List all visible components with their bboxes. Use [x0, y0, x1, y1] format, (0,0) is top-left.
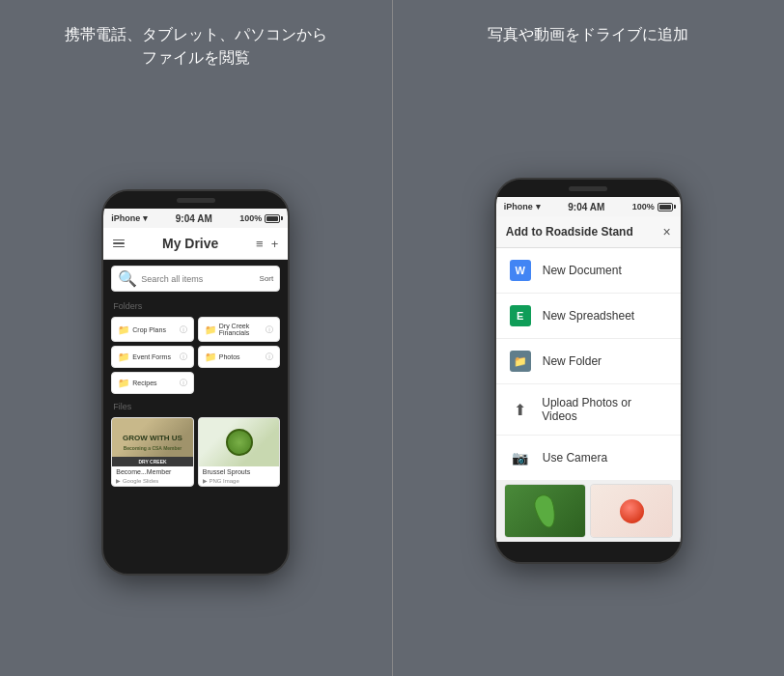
left-time: 9:04 AM	[176, 213, 212, 224]
left-phone-notch	[103, 191, 288, 209]
files-label: Files	[103, 398, 288, 413]
file-type-badge-1: ▶ Google Slides	[112, 477, 193, 486]
folder-item[interactable]: 📁 Crop Plans ⓘ	[111, 317, 194, 342]
file-thumb-img-1: GROW WITH US Becoming a CSA Member DRY C…	[112, 418, 193, 466]
left-battery-pct: 100%	[239, 213, 262, 223]
menu-item-new-folder[interactable]: 📁 New Folder	[496, 339, 681, 384]
folder-name: Recipes	[132, 380, 156, 386]
menu-item-new-document[interactable]: W New Document	[496, 248, 681, 294]
menu-list: W New Document E New Spreadsheet 📁 New F…	[496, 248, 681, 480]
folder-name: Dry CreekFinancials	[219, 323, 250, 336]
grow-subtext: Becoming a CSA Member	[124, 445, 182, 451]
folder-left: 📁 Dry CreekFinancials	[205, 323, 250, 336]
search-input[interactable]	[141, 274, 255, 284]
file-thumb-2[interactable]: Brussel Sprouts ▶ PNG Image	[198, 417, 281, 487]
folder-name: Event Forms	[132, 353, 171, 360]
folder-grid: 📁 Crop Plans ⓘ 📁 Dry CreekFinancials ⓘ	[103, 313, 288, 398]
sweetpeas-label: Sweet Peas	[505, 537, 586, 538]
menu-item-upload[interactable]: ⬆ Upload Photos or Videos	[496, 384, 681, 436]
search-icon: 🔍	[118, 269, 137, 288]
right-phone: iPhone ▾ 9:04 AM 100% Add to Roadside St…	[494, 178, 683, 564]
drive-title: My Drive	[162, 236, 218, 251]
new-folder-icon: 📁	[510, 351, 531, 372]
files-grid: GROW WITH US Becoming a CSA Member DRY C…	[103, 413, 288, 491]
file-thumb-label-2: Brussel Sprouts	[199, 466, 280, 477]
sheet-icon: E	[510, 305, 531, 326]
menu-item-camera[interactable]: 📷 Use Camera	[496, 436, 681, 480]
left-battery-fill	[266, 216, 278, 221]
left-phone-speaker	[177, 198, 215, 203]
right-panel-title: 写真や動画をドライブに追加	[488, 23, 688, 46]
hamburger-icon[interactable]	[113, 239, 125, 248]
folder-icon: 📁	[205, 352, 216, 362]
tomato-thumb	[591, 485, 672, 537]
upload-icon: ⬆	[510, 399, 531, 420]
folder-item[interactable]: 📁 Dry CreekFinancials ⓘ	[198, 317, 281, 342]
drive-header: My Drive ≡ +	[103, 228, 288, 260]
folder-icon: 📁	[205, 324, 216, 335]
new-document-label: New Document	[543, 264, 622, 277]
sort-button[interactable]: Sort	[260, 274, 274, 283]
hamburger-line-1	[113, 239, 125, 241]
file-type-badge-2: ▶ PNG Image	[199, 477, 280, 486]
left-status-left: iPhone ▾	[111, 213, 148, 223]
menu-item-new-spreadsheet[interactable]: E New Spreadsheet	[496, 294, 681, 339]
new-folder-label: New Folder	[543, 354, 602, 368]
left-phone: iPhone ▾ 9:04 AM 100%	[101, 189, 290, 576]
add-menu-header: Add to Roadside Stand ×	[496, 216, 681, 248]
right-status-bar: iPhone ▾ 9:04 AM 100%	[496, 197, 681, 216]
file-thumb-1[interactable]: GROW WITH US Becoming a CSA Member DRY C…	[111, 417, 194, 487]
tomato-circle	[620, 499, 644, 523]
right-thumbnails: Sweet Peas PNG Image Tomatoes PNG Image	[496, 480, 681, 542]
right-thumb-sweetpeas[interactable]: Sweet Peas PNG Image	[504, 484, 587, 538]
folder-left: 📁 Event Forms	[118, 352, 171, 362]
drive-icons: ≡ +	[256, 237, 278, 251]
right-wifi-icon: ▾	[536, 202, 541, 211]
folder-icon: 📁	[118, 378, 129, 388]
close-button[interactable]: ×	[663, 224, 671, 239]
thumb-brussel	[199, 418, 280, 466]
right-time: 9:04 AM	[568, 202, 604, 212]
left-status-bar: iPhone ▾ 9:04 AM 100%	[103, 209, 288, 228]
folder-info-icon[interactable]: ⓘ	[180, 352, 187, 362]
tomatoes-label: Tomatoes	[591, 537, 672, 538]
add-item-icon[interactable]: +	[271, 237, 279, 251]
folder-left: 📁 Recipes	[118, 378, 156, 388]
main-container: 携帯電話、タブレット、パソコンからファイルを閲覧 iPhone ▾ 9:04 A…	[0, 0, 784, 676]
right-battery-icon	[658, 203, 673, 211]
folder-info-icon[interactable]: ⓘ	[180, 324, 187, 335]
right-phone-speaker	[569, 186, 607, 191]
doc-icon: W	[510, 260, 531, 281]
right-phone-wrapper: iPhone ▾ 9:04 AM 100% Add to Roadside St…	[494, 66, 683, 676]
new-spreadsheet-label: New Spreadsheet	[543, 309, 634, 323]
add-menu-title: Add to Roadside Stand	[506, 225, 633, 239]
dry-creek-bar: DRY CREEK	[112, 457, 193, 466]
folder-info-icon[interactable]: ⓘ	[180, 378, 187, 388]
folder-item[interactable]: 📁 Event Forms ⓘ	[111, 346, 194, 368]
right-panel: 写真や動画をドライブに追加 iPhone ▾ 9:04 AM 100%	[393, 0, 785, 676]
sweetpeas-thumb	[505, 485, 586, 537]
left-phone-wrapper: iPhone ▾ 9:04 AM 100%	[101, 89, 290, 676]
hamburger-line-3	[113, 246, 125, 248]
right-carrier: iPhone	[504, 202, 533, 211]
right-phone-notch	[496, 180, 681, 197]
right-thumb-tomatoes[interactable]: Tomatoes PNG Image	[590, 484, 673, 538]
brussel-circle	[226, 429, 253, 456]
search-bar[interactable]: 🔍 Sort	[111, 266, 280, 292]
folder-info-icon[interactable]: ⓘ	[266, 324, 273, 335]
hamburger-line-2	[113, 242, 125, 244]
folder-icon: 📁	[118, 324, 129, 335]
folder-left: 📁 Photos	[205, 352, 240, 362]
left-status-right: 100%	[239, 213, 280, 223]
list-view-icon[interactable]: ≡	[256, 237, 264, 251]
grow-text: GROW WITH US	[123, 434, 182, 443]
right-status-left: iPhone ▾	[504, 202, 541, 211]
folder-name: Crop Plans	[132, 326, 166, 333]
folder-info-icon[interactable]: ⓘ	[266, 352, 273, 362]
folder-item[interactable]: 📁 Recipes ⓘ	[111, 372, 194, 394]
right-battery-pct: 100%	[632, 202, 655, 211]
file-thumb-img-2	[199, 418, 280, 466]
folder-item[interactable]: 📁 Photos ⓘ	[198, 346, 281, 368]
left-panel-title: 携帯電話、タブレット、パソコンからファイルを閲覧	[65, 23, 327, 70]
folders-label: Folders	[103, 297, 288, 313]
